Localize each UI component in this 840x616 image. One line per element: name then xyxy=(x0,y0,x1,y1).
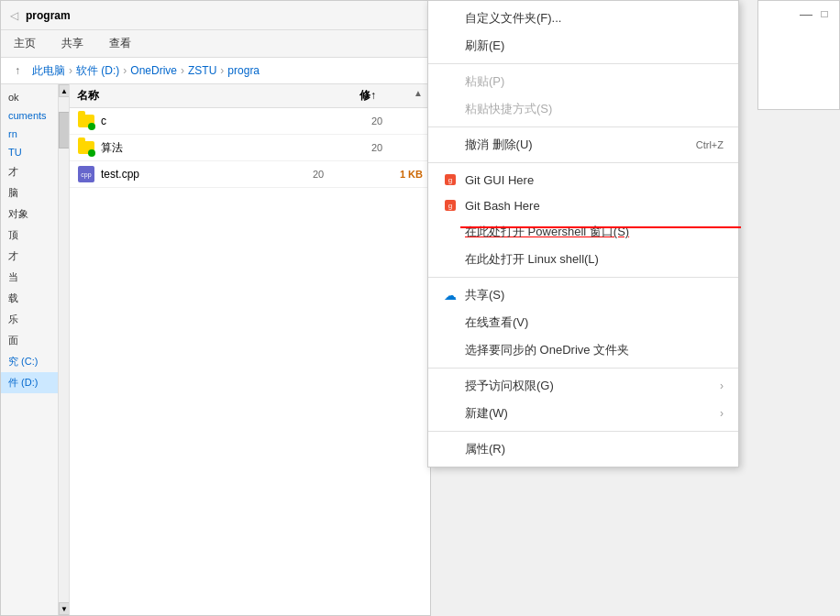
file-list-header: 名称 修↑ ▲ xyxy=(70,84,430,108)
file-list: 名称 修↑ ▲ c 20 xyxy=(70,84,430,615)
sidebar-scrollbar[interactable]: ▲ ▼ xyxy=(58,84,69,615)
menu-sep-2 xyxy=(428,126,738,127)
explorer-window: ◁ program 主页 共享 查看 ↑ 此电脑 › 软件 (D:) › One… xyxy=(0,0,431,616)
sort-arrow: ▲ xyxy=(414,88,423,104)
path-part-0: 此电脑 xyxy=(32,63,65,79)
menu-item-left-properties: 属性(R) xyxy=(443,441,724,457)
file-date-0: 20 xyxy=(331,116,423,126)
menu-item-sync-onedrive[interactable]: 选择要同步的 OneDrive 文件夹 xyxy=(428,336,738,364)
right-window-controls: — □ xyxy=(758,1,839,27)
menu-item-left-paste: 粘贴(P) xyxy=(443,73,724,90)
col-name-header[interactable]: 名称 xyxy=(77,88,322,104)
menu-item-new[interactable]: 新建(W) › xyxy=(428,400,738,427)
menu-item-left-paste-shortcut: 粘贴快捷方式(S) xyxy=(443,101,724,117)
explorer-body: ok cuments rn TU 才 脑 对象 顶 才 当 载 乐 面 究 (C… xyxy=(1,84,430,615)
menu-item-left-sync: 选择要同步的 OneDrive 文件夹 xyxy=(443,342,724,358)
cpp-icon-0: cpp xyxy=(78,166,94,182)
file-item-1[interactable]: 算法 20 xyxy=(70,135,430,161)
new-arrow: › xyxy=(720,407,724,420)
path-part-4: progra xyxy=(227,64,260,77)
menu-sep-1 xyxy=(428,63,738,64)
file-name-0: c xyxy=(101,115,331,127)
file-icon-wrap-1 xyxy=(77,138,95,157)
col-date-header[interactable]: 修↑ xyxy=(322,88,414,104)
menu-label-sync: 选择要同步的 OneDrive 文件夹 xyxy=(465,342,724,358)
menu-item-powershell[interactable]: 在此处打开 Powershell 窗口(S) xyxy=(428,218,738,246)
file-icon-wrap-2: cpp xyxy=(77,165,95,183)
menu-sep-3 xyxy=(428,162,738,163)
powershell-icon xyxy=(443,225,458,239)
ribbon-view[interactable]: 查看 xyxy=(105,34,135,53)
file-name-2: test.cpp xyxy=(101,168,272,181)
file-item-2[interactable]: cpp test.cpp 20 1 KB xyxy=(70,161,430,188)
menu-item-online-view[interactable]: 在线查看(V) xyxy=(428,309,738,336)
context-menu: 自定义文件夹(F)... 刷新(E) 粘贴(P) 粘贴快捷方式(S) 撤消 删除… xyxy=(427,0,739,468)
menu-item-grant-access[interactable]: 授予访问权限(G) › xyxy=(428,372,738,400)
menu-item-left-git-bash: g Git Bash Here xyxy=(443,198,724,213)
onedrive-dot-0 xyxy=(88,123,95,130)
menu-item-left-share: ☁ 共享(S) xyxy=(443,287,724,303)
nav-arrow-left: ◁ xyxy=(10,9,18,22)
menu-label-undo: 撤消 删除(U) xyxy=(465,137,678,153)
maximize-btn[interactable]: □ xyxy=(817,6,832,21)
menu-item-git-bash[interactable]: g Git Bash Here xyxy=(428,192,738,218)
menu-label-properties: 属性(R) xyxy=(465,441,724,457)
sidebar: ok cuments rn TU 才 脑 对象 顶 才 当 载 乐 面 究 (C… xyxy=(1,84,70,615)
menu-item-paste-shortcut[interactable]: 粘贴快捷方式(S) xyxy=(428,95,738,123)
menu-item-left-refresh: 刷新(E) xyxy=(443,38,724,54)
address-bar: ↑ 此电脑 › 软件 (D:) › OneDrive › ZSTU › prog… xyxy=(1,58,430,84)
file-name-1: 算法 xyxy=(101,140,331,156)
scroll-down-btn[interactable]: ▼ xyxy=(59,602,70,615)
sync-icon xyxy=(443,343,458,358)
menu-item-linux-shell[interactable]: 在此处打开 Linux shell(L) xyxy=(428,246,738,273)
address-path[interactable]: 此电脑 › 软件 (D:) › OneDrive › ZSTU › progra xyxy=(32,63,423,79)
menu-label-linux-shell: 在此处打开 Linux shell(L) xyxy=(465,251,724,268)
ribbon-share[interactable]: 共享 xyxy=(58,34,87,53)
menu-label-customize: 自定义文件夹(F)... xyxy=(465,10,724,27)
menu-item-git-gui[interactable]: g Git GUI Here xyxy=(428,167,738,192)
menu-item-left-powershell: 在此处打开 Powershell 窗口(S) xyxy=(443,224,724,240)
git-bash-icon: g xyxy=(443,198,458,213)
right-window-fragment: — □ xyxy=(757,0,840,110)
menu-label-share: 共享(S) xyxy=(465,287,724,303)
menu-item-paste[interactable]: 粘贴(P) xyxy=(428,68,738,95)
file-date-2: 20 xyxy=(272,169,364,180)
menu-shortcut-undo: Ctrl+Z xyxy=(696,139,724,150)
menu-sep-5 xyxy=(428,368,738,368)
menu-item-left-grant: 授予访问权限(G) xyxy=(443,378,720,394)
refresh-icon xyxy=(443,38,458,53)
file-icon-wrap-0 xyxy=(77,112,95,130)
minimize-btn[interactable]: — xyxy=(799,6,813,21)
menu-item-left-undo: 撤消 删除(U) xyxy=(443,137,678,153)
path-part-3: ZSTU xyxy=(188,64,216,77)
grant-icon xyxy=(443,379,458,393)
menu-item-customize-folder[interactable]: 自定义文件夹(F)... xyxy=(428,5,738,32)
git-gui-icon: g xyxy=(443,172,458,187)
properties-icon xyxy=(443,442,458,456)
svg-text:g: g xyxy=(448,176,452,184)
menu-item-left-linux: 在此处打开 Linux shell(L) xyxy=(443,251,724,268)
online-view-icon xyxy=(443,315,458,330)
ribbon: 主页 共享 查看 xyxy=(1,30,430,58)
title-bar-left: ◁ program xyxy=(10,9,71,22)
undo-icon xyxy=(443,138,458,152)
menu-item-undo-delete[interactable]: 撤消 删除(U) Ctrl+Z xyxy=(428,131,738,159)
menu-item-left-new: 新建(W) xyxy=(443,405,720,422)
file-item-0[interactable]: c 20 xyxy=(70,108,430,135)
nav-up-btn[interactable]: ↑ xyxy=(8,61,27,80)
menu-label-git-gui: Git GUI Here xyxy=(465,173,724,187)
grant-arrow: › xyxy=(720,380,724,392)
menu-item-refresh[interactable]: 刷新(E) xyxy=(428,32,738,60)
ribbon-home[interactable]: 主页 xyxy=(10,34,39,53)
menu-item-properties[interactable]: 属性(R) xyxy=(428,435,738,463)
scroll-thumb[interactable] xyxy=(59,112,70,148)
menu-label-refresh: 刷新(E) xyxy=(465,38,724,54)
path-part-1: 软件 (D:) xyxy=(76,63,119,79)
menu-item-share[interactable]: ☁ 共享(S) xyxy=(428,281,738,309)
menu-item-left-customize: 自定义文件夹(F)... xyxy=(443,10,724,27)
onedrive-dot-1 xyxy=(88,149,95,157)
customize-folder-icon xyxy=(443,11,458,26)
file-date-1: 20 xyxy=(331,142,423,153)
menu-label-online-view: 在线查看(V) xyxy=(465,314,724,331)
scroll-up-btn[interactable]: ▲ xyxy=(59,84,70,97)
